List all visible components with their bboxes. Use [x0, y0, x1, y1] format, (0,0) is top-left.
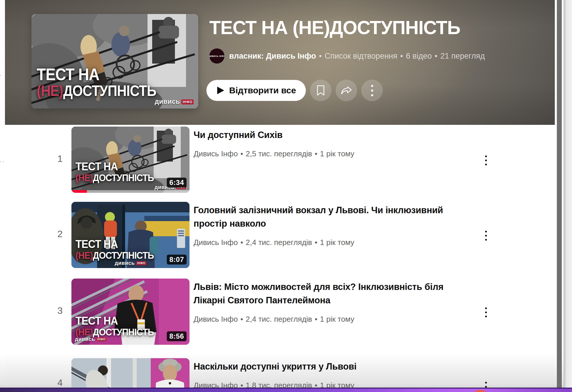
video-thumbnail[interactable]: ТЕСТ НА (НЕ)ДОСТУПНІСТЬ дивисьІНФО 6:34 — [71, 127, 190, 193]
playlist-meta-row: ДИВИСЬ ІНФО власник: Дивись Інфо • Списо… — [209, 48, 485, 64]
video-age: 1 рік тому — [320, 149, 355, 158]
video-menu-button[interactable] — [480, 379, 492, 388]
background-window-top-edge[interactable] — [0, 388, 572, 392]
more-vertical-icon — [371, 85, 373, 96]
thumbnail-title-overlay: ТЕСТ НА (НЕ)ДОСТУПНІСТЬ — [76, 161, 154, 183]
screen: - - - — [0, 0, 572, 392]
playlist-type: Список відтворення — [325, 52, 397, 61]
video-title[interactable]: Чи доступний Сихів — [194, 128, 456, 142]
video-thumbnail[interactable] — [71, 358, 190, 388]
video-index: 3 — [53, 305, 67, 316]
video-info: Львів: Місто можливостей для всіх? Інклю… — [194, 280, 456, 324]
video-row: 4 — [5, 358, 501, 388]
channel-avatar[interactable]: ДИВИСЬ ІНФО — [209, 48, 224, 64]
video-meta: Дивись Інфо•2,4 тис. переглядів•1 рік то… — [194, 315, 456, 324]
video-views: 2,4 тис. переглядів — [246, 315, 312, 323]
playlist-actions: Відтворити все — [206, 80, 383, 101]
background-window-edge[interactable] — [564, 0, 572, 388]
video-duration-badge: 6:34 — [167, 178, 187, 188]
video-age: 1 рік тому — [320, 315, 355, 323]
video-thumbnail[interactable]: ТЕСТ НА (НЕ)ДОСТУПНІСТЬ дивисьІНФО 8:07 — [71, 202, 190, 268]
more-vertical-icon — [485, 231, 487, 241]
playlist-view-count: 21 перегляд — [440, 52, 485, 61]
video-menu-button[interactable] — [480, 304, 492, 321]
share-icon — [341, 85, 352, 96]
video-meta: Дивись Інфо•2,4 тис. переглядів•1 рік то… — [194, 238, 456, 247]
scrollbar[interactable] — [557, 0, 562, 388]
window-edge-artifact: - - — [0, 160, 4, 163]
video-row: 1 — [5, 127, 501, 193]
more-vertical-icon — [485, 307, 487, 317]
video-title[interactable]: Головний залізничний вокзал у Львові. Чи… — [194, 204, 456, 230]
channel-watermark: дивисьІНФО — [75, 336, 106, 342]
separator-dot: • — [435, 52, 437, 61]
video-index: 4 — [53, 377, 67, 388]
browser-window: ТЕСТ НА (НЕ)ДОСТУПНІСТЬ дивисьІНФО ТЕСТ … — [5, 0, 555, 388]
video-channel[interactable]: Дивись Інфо — [194, 149, 238, 158]
more-vertical-icon — [485, 155, 487, 165]
play-all-button[interactable]: Відтворити все — [206, 80, 306, 101]
watch-progress-fill — [71, 190, 87, 193]
video-row: 2 — [5, 202, 501, 268]
video-meta: Дивись Інфо•1,8 тис. переглядів•1 рік то… — [194, 381, 456, 388]
play-icon — [216, 86, 224, 95]
video-thumbnail[interactable]: ТЕСТ НА (НЕ)ДОСТУПНІСТЬ дивисьІНФО 8:56 — [71, 279, 190, 345]
playlist-video-count: 6 відео — [406, 52, 432, 61]
video-index: 2 — [53, 229, 67, 239]
playlist-title: ТЕСТ НА (НЕ)ДОСТУПНІСТЬ — [209, 17, 460, 38]
video-views: 2,5 тис. переглядів — [246, 149, 312, 158]
thumbnail-title-overlay: ТЕСТ НА (НЕ)ДОСТУПНІСТЬ — [76, 315, 154, 337]
shelter-scene-image — [71, 358, 190, 388]
video-menu-button[interactable] — [480, 152, 492, 169]
video-age: 1 рік тому — [320, 238, 355, 247]
video-views: 2,4 тис. переглядів — [246, 238, 312, 247]
separator-dot: • — [319, 52, 322, 61]
thumbnail-title-overlay: ТЕСТ НА (НЕ)ДОСТУПНІСТЬ — [76, 238, 154, 260]
share-button[interactable] — [336, 80, 357, 101]
video-title[interactable]: Львів: Місто можливостей для всіх? Інклю… — [194, 280, 456, 307]
video-info: Наскільки доступні укриття у Львові Диви… — [194, 360, 456, 388]
channel-watermark: дивисьІНФО — [115, 260, 146, 266]
playlist-menu-button[interactable] — [361, 80, 383, 101]
window-edge-artifact: - — [0, 74, 1, 76]
video-index: 1 — [53, 153, 67, 164]
video-channel[interactable]: Дивись Інфо — [194, 381, 238, 388]
video-channel[interactable]: Дивись Інфо — [194, 238, 238, 247]
video-menu-button[interactable] — [480, 228, 492, 244]
playlist-header: ТЕСТ НА (НЕ)ДОСТУПНІСТЬ дивисьІНФО ТЕСТ … — [5, 0, 555, 125]
video-views: 1,8 тис. переглядів — [246, 381, 312, 388]
video-row: 3 — [5, 279, 501, 345]
more-vertical-icon — [485, 382, 487, 388]
thumbnail-title-overlay: ТЕСТ НА (НЕ)ДОСТУПНІСТЬ — [37, 66, 156, 99]
video-info: Головний залізничний вокзал у Львові. Чи… — [194, 204, 456, 247]
playlist-owner[interactable]: власник: Дивись Інфо — [229, 52, 316, 61]
video-duration-badge: 8:07 — [167, 255, 187, 265]
video-info: Чи доступний Сихів Дивись Інфо•2,5 тис. … — [194, 128, 456, 158]
bookmark-icon — [316, 85, 326, 96]
save-playlist-button[interactable] — [310, 80, 331, 101]
video-channel[interactable]: Дивись Інфо — [194, 315, 238, 323]
separator-dot: • — [400, 52, 403, 61]
video-meta: Дивись Інфо•2,5 тис. переглядів•1 рік то… — [194, 149, 456, 158]
video-age: 1 рік тому — [320, 381, 355, 388]
playlist-thumbnail[interactable]: ТЕСТ НА (НЕ)ДОСТУПНІСТЬ дивисьІНФО — [31, 14, 198, 108]
channel-watermark: дивисьІНФО — [155, 98, 194, 106]
video-title[interactable]: Наскільки доступні укриття у Львові — [194, 360, 456, 373]
watch-progress-bar — [71, 190, 190, 193]
video-duration-badge: 8:56 — [167, 331, 187, 341]
